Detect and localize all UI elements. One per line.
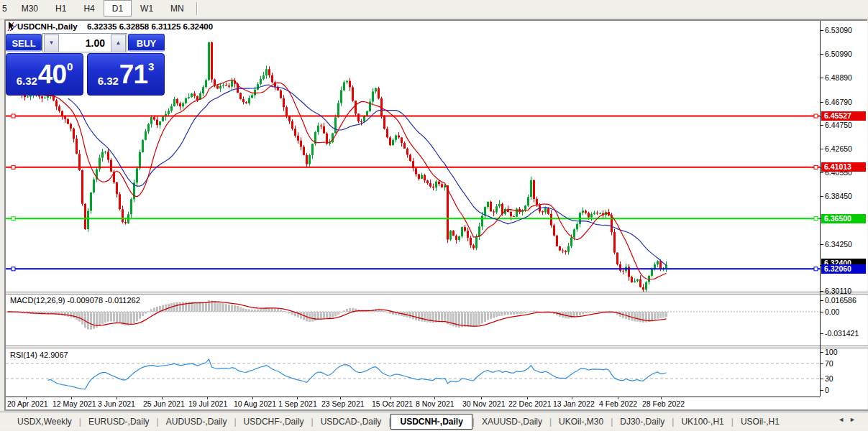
price-axis-tick bbox=[821, 244, 823, 245]
time-axis-label: 15 Oct 2021 bbox=[372, 399, 413, 408]
price-axis-tick bbox=[821, 291, 823, 292]
timeframe-button-h4[interactable]: H4 bbox=[75, 0, 103, 17]
time-axis-label: 8 Nov 2021 bbox=[416, 399, 454, 408]
tab-scroll-arrows[interactable]: ◄► bbox=[838, 416, 861, 423]
price-axis-tick bbox=[821, 30, 823, 31]
macd-axis-label: 0.00 bbox=[825, 307, 839, 316]
rsi-axis-label: 70 bbox=[825, 359, 833, 368]
price-axis: 6.530906.509906.488906.467906.447506.426… bbox=[821, 21, 868, 397]
timeframe-button-w1[interactable]: W1 bbox=[132, 0, 162, 17]
chart-title: USDCNH-,Daily 6.32335 6.32858 6.31125 6.… bbox=[17, 22, 213, 31]
tab-usdx-weekly[interactable]: USDX,Weekly bbox=[10, 414, 79, 429]
volume-spinner: ▼ ▲ bbox=[42, 33, 127, 52]
tab-usoil-h1[interactable]: USOil-,H1 bbox=[734, 414, 787, 429]
price-axis-tick bbox=[821, 78, 823, 78]
tab-eurusd-daily[interactable]: EURUSD-,Daily bbox=[81, 414, 157, 429]
ask-price-small: 6.32 bbox=[98, 75, 119, 87]
price-axis-tick bbox=[821, 390, 823, 391]
level-price-badge: 6.36500 bbox=[821, 214, 866, 223]
level-price-badge: 6.32060 bbox=[821, 264, 866, 274]
sell-button[interactable]: SELL bbox=[6, 34, 42, 52]
one-click-trade-panel: SELL ▼ ▲ BUY 6.32 40 0 6.32 71 3 bbox=[6, 32, 165, 96]
ask-price-big: 71 bbox=[119, 60, 147, 90]
timeframe-button-h1[interactable]: H1 bbox=[47, 0, 75, 17]
price-axis-tick bbox=[821, 379, 823, 379]
cursor-arrow-icon bbox=[7, 22, 18, 32]
time-axis-label: 30 Nov 2021 bbox=[462, 399, 506, 408]
window-bottom-border bbox=[4, 409, 868, 411]
rsi-indicator-label: RSI(14) 42.9067 bbox=[10, 351, 68, 359]
price-axis-tick bbox=[821, 363, 823, 364]
volume-input[interactable] bbox=[60, 37, 106, 50]
macd-axis-label: 0.016586 bbox=[825, 296, 856, 305]
bid-price-big: 40 bbox=[38, 60, 66, 90]
tab-usdcad-daily[interactable]: USDCAD-,Daily bbox=[314, 414, 389, 429]
tab-audusd-daily[interactable]: AUDUSD-,Daily bbox=[159, 414, 234, 429]
price-axis-tick bbox=[821, 172, 823, 173]
level-price-badge: 6.41013 bbox=[821, 162, 866, 172]
price-axis-tick bbox=[821, 102, 823, 103]
tab-dj30-daily[interactable]: DJ30-,Daily bbox=[613, 414, 672, 429]
price-axis-tick bbox=[821, 149, 823, 149]
macd-indicator-label: MACD(12,26,9) -0.009078 -0.011262 bbox=[10, 296, 140, 305]
mt4-window: { "toolbar": { "timeframes": ["5", "M30"… bbox=[0, 0, 868, 431]
macd-axis-label: -0.031421 bbox=[825, 329, 859, 338]
price-axis-label: 6.53090 bbox=[825, 26, 852, 34]
timeframe-button-mn[interactable]: MN bbox=[162, 0, 193, 17]
bid-price-small: 6.32 bbox=[17, 75, 37, 87]
price-axis-label: 6.48890 bbox=[825, 73, 852, 82]
time-axis-label: 4 Feb 2022 bbox=[599, 399, 637, 408]
time-axis-label: 22 Dec 2021 bbox=[508, 399, 552, 408]
tab-scroll-left-icon[interactable]: ◄ bbox=[838, 416, 849, 423]
time-axis-label: 12 May 2021 bbox=[52, 399, 96, 408]
tab-usdchf-daily[interactable]: USDCHF-,Daily bbox=[237, 414, 311, 429]
price-axis-tick bbox=[821, 54, 823, 55]
ask-price-display[interactable]: 6.32 71 3 bbox=[87, 53, 165, 96]
rsi-indicator-canvas[interactable] bbox=[6, 348, 820, 397]
time-axis: 20 Apr 202112 May 20213 Jun 202125 Jun 2… bbox=[0, 397, 820, 409]
price-axis-label: 6.46790 bbox=[825, 98, 852, 106]
price-axis-label: 6.42650 bbox=[825, 144, 852, 153]
price-axis-label: 6.30110 bbox=[825, 287, 851, 295]
level-price-badge: 6.45527 bbox=[821, 111, 866, 121]
timeframe-toolbar: 5M30H1H4D1W1MN bbox=[0, 0, 868, 19]
time-axis-label: 19 Jul 2021 bbox=[188, 399, 227, 408]
rsi-axis-label: 100 bbox=[825, 348, 838, 356]
bid-price-superscript: 0 bbox=[67, 60, 73, 73]
tab-usdcnh-daily[interactable]: USDCNH-,Daily bbox=[390, 414, 472, 430]
price-axis-tick bbox=[821, 352, 823, 353]
tab-uk100-h1[interactable]: UK100-,H1 bbox=[674, 414, 731, 429]
price-axis-tick bbox=[821, 125, 823, 126]
price-axis-label: 6.50990 bbox=[825, 50, 852, 58]
volume-increase-button[interactable]: ▲ bbox=[111, 34, 126, 52]
time-axis-label: 25 Jun 2021 bbox=[143, 399, 185, 408]
time-axis-label: 1 Sep 2021 bbox=[278, 399, 317, 408]
tab-ukoil-m30[interactable]: UKOil-,M30 bbox=[552, 414, 611, 429]
tab-xauusd-daily[interactable]: XAUUSD-,Daily bbox=[475, 414, 549, 429]
time-axis-label: 23 Sep 2021 bbox=[321, 399, 365, 408]
time-axis-label: 13 Jan 2022 bbox=[553, 399, 595, 408]
timeframe-button-m30[interactable]: M30 bbox=[13, 0, 47, 17]
time-axis-label: 28 Feb 2022 bbox=[642, 399, 685, 408]
time-axis-label: 3 Jun 2021 bbox=[98, 399, 135, 408]
price-axis-label: 6.44750 bbox=[825, 121, 852, 129]
price-axis-tick bbox=[821, 333, 823, 334]
timeframe-button-5[interactable]: 5 bbox=[0, 0, 13, 17]
bid-price-display[interactable]: 6.32 40 0 bbox=[6, 53, 83, 96]
price-axis-tick bbox=[821, 312, 823, 312]
price-axis-tick bbox=[821, 196, 823, 197]
rsi-axis-label: 0 bbox=[825, 386, 829, 394]
toolbar-separator bbox=[196, 2, 197, 15]
rsi-axis-label: 30 bbox=[825, 374, 833, 383]
price-axis-label: 6.34250 bbox=[825, 240, 852, 249]
ask-price-superscript: 3 bbox=[148, 60, 154, 73]
symbol-tab-bar: USDX,Weekly|EURUSD-,Daily|AUDUSD-,Daily|… bbox=[0, 412, 868, 430]
price-axis-tick bbox=[821, 300, 823, 301]
timeframe-button-d1[interactable]: D1 bbox=[104, 0, 132, 17]
volume-decrease-button[interactable]: ▼ bbox=[44, 34, 59, 52]
tab-scroll-right-icon[interactable]: ► bbox=[849, 416, 861, 423]
buy-button[interactable]: BUY bbox=[128, 34, 165, 52]
chart-ohlc-values: 6.32335 6.32858 6.31125 6.32400 bbox=[87, 22, 213, 31]
time-axis-label: 10 Aug 2021 bbox=[234, 399, 276, 408]
time-axis-label: 20 Apr 2021 bbox=[7, 399, 48, 408]
